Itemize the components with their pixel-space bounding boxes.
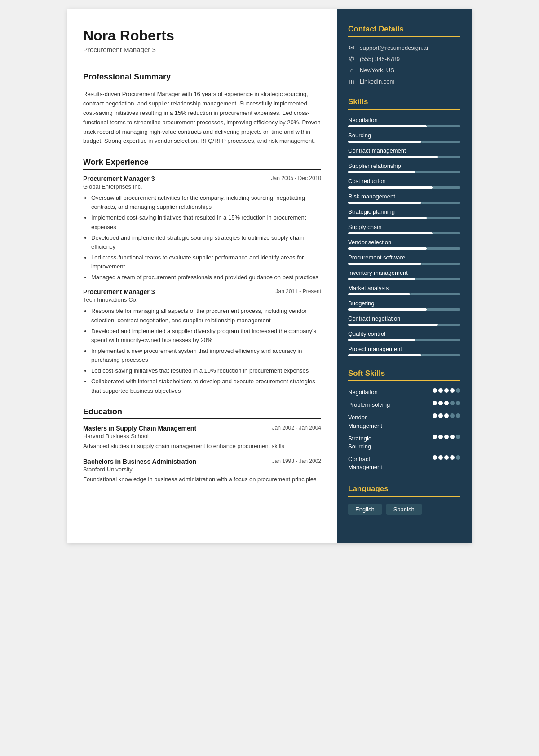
- soft-skill-item: StrategicSourcing: [348, 435, 460, 451]
- skill-bar-remaining: [433, 232, 461, 234]
- soft-skill-dots: [433, 455, 460, 460]
- contact-icon: ✉: [348, 44, 355, 51]
- job-dates: Jan 2011 - Present: [276, 288, 321, 294]
- edu-school: Harvard Business School: [83, 433, 321, 440]
- skill-bar-fill: [348, 202, 421, 204]
- skill-item: Negotiation: [348, 117, 460, 127]
- soft-skill-name: ContractManagement: [348, 455, 433, 471]
- skill-bar: [348, 171, 460, 173]
- skill-bar-fill: [348, 293, 410, 295]
- skill-item: Supplier relationship: [348, 163, 460, 173]
- skill-bar-remaining: [410, 293, 461, 295]
- soft-skills-section: Soft Skills Negotiation Problem-solving …: [348, 369, 460, 472]
- bullet-list: Responsible for managing all aspects of …: [83, 307, 321, 395]
- skill-bar: [348, 278, 460, 280]
- skill-name: Procurement software: [348, 254, 460, 261]
- languages-title: Languages: [348, 484, 460, 497]
- skill-bar-remaining: [415, 278, 460, 280]
- skill-bar-fill: [348, 247, 427, 250]
- edu-description: Foundational knowledge in business admin…: [83, 475, 321, 484]
- skill-name: Cost reduction: [348, 178, 460, 185]
- skill-bar-fill: [348, 354, 421, 356]
- skills-title: Skills: [348, 97, 460, 110]
- soft-skill-item: ContractManagement: [348, 455, 460, 471]
- skill-name: Market analysis: [348, 285, 460, 291]
- soft-skill-item: Negotiation: [348, 388, 460, 396]
- languages-section: Languages EnglishSpanish: [348, 484, 460, 515]
- skill-name: Risk management: [348, 193, 460, 200]
- skill-dot: [438, 455, 443, 460]
- skill-dot: [444, 435, 449, 439]
- education-item: Masters in Supply Chain Management Jan 2…: [83, 425, 321, 451]
- skill-bar: [348, 125, 460, 127]
- edu-school: Stanford University: [83, 466, 321, 473]
- left-column: Nora Roberts Procurement Manager 3 Profe…: [67, 9, 337, 543]
- contact-icon: ✆: [348, 55, 355, 62]
- skill-item: Risk management: [348, 193, 460, 204]
- skill-bar: [348, 308, 460, 311]
- contact-icon: ⌂: [348, 66, 355, 74]
- skill-dot: [433, 435, 437, 439]
- skill-name: Inventory management: [348, 269, 460, 276]
- skill-bar-fill: [348, 186, 433, 189]
- skill-dot: [444, 455, 449, 460]
- contact-item: ✆(555) 345-6789: [348, 55, 460, 62]
- skill-dot: [438, 388, 443, 393]
- skill-bar-remaining: [415, 171, 460, 173]
- soft-skill-dots: [433, 388, 460, 393]
- skill-item: Quality control: [348, 330, 460, 341]
- skill-bar-remaining: [427, 217, 460, 219]
- skill-dot: [450, 388, 455, 393]
- skill-item: Procurement software: [348, 254, 460, 265]
- skill-name: Project management: [348, 346, 460, 352]
- skill-bar: [348, 156, 460, 158]
- skill-dot: [438, 413, 443, 418]
- soft-skills-title: Soft Skills: [348, 369, 460, 381]
- skill-name: Contract negotiation: [348, 315, 460, 322]
- education-list: Masters in Supply Chain Management Jan 2…: [83, 425, 321, 484]
- skill-dot: [433, 388, 437, 393]
- skill-name: Budgeting: [348, 300, 460, 307]
- skill-bar-fill: [348, 278, 415, 280]
- skill-bar: [348, 232, 460, 234]
- skill-item: Inventory management: [348, 269, 460, 280]
- skill-dot: [456, 401, 460, 405]
- skill-dot: [444, 413, 449, 418]
- skill-name: Supply chain: [348, 224, 460, 230]
- skill-item: Market analysis: [348, 285, 460, 295]
- education-title: Education: [83, 407, 321, 419]
- edu-degree: Masters in Supply Chain Management: [83, 425, 196, 432]
- contact-section: Contact Details ✉support@resumedesign.ai…: [348, 25, 460, 85]
- skill-bar-remaining: [433, 186, 461, 189]
- skill-dot: [438, 435, 443, 439]
- skill-bar: [348, 202, 460, 204]
- skill-bar: [348, 141, 460, 143]
- language-badge: Spanish: [386, 504, 422, 515]
- bullet-item: Developed and implemented strategic sour…: [91, 233, 321, 251]
- job-item: Procurement Manager 3 Jan 2005 - Dec 201…: [83, 175, 321, 282]
- edu-degree: Bachelors in Business Administration: [83, 458, 196, 465]
- skill-bar-fill: [348, 263, 421, 265]
- skill-bar-fill: [348, 324, 438, 326]
- skill-name: Strategic planning: [348, 208, 460, 215]
- skill-dot: [450, 455, 455, 460]
- job-header: Procurement Manager 3 Jan 2005 - Dec 201…: [83, 175, 321, 182]
- name-section: Nora Roberts Procurement Manager 3: [83, 27, 321, 53]
- skills-list: Negotiation Sourcing Contract management…: [348, 117, 460, 356]
- skill-name: Quality control: [348, 330, 460, 337]
- skill-item: Strategic planning: [348, 208, 460, 219]
- job-title-text: Procurement Manager 3: [83, 175, 155, 182]
- skill-bar-remaining: [427, 308, 460, 311]
- skill-bar-fill: [348, 171, 415, 173]
- skill-item: Project management: [348, 346, 460, 356]
- skill-bar-fill: [348, 308, 427, 311]
- contact-icon: in: [348, 78, 355, 85]
- bullet-item: Developed and implemented a supplier div…: [91, 327, 321, 345]
- edu-description: Advanced studies in supply chain managem…: [83, 442, 321, 451]
- soft-skill-name: Problem-solving: [348, 401, 433, 409]
- skill-bar: [348, 354, 460, 356]
- skill-bar-remaining: [421, 263, 461, 265]
- skill-item: Budgeting: [348, 300, 460, 311]
- bullet-item: Implemented a new procurement system tha…: [91, 347, 321, 365]
- edu-dates: Jan 2002 - Jan 2004: [272, 425, 321, 431]
